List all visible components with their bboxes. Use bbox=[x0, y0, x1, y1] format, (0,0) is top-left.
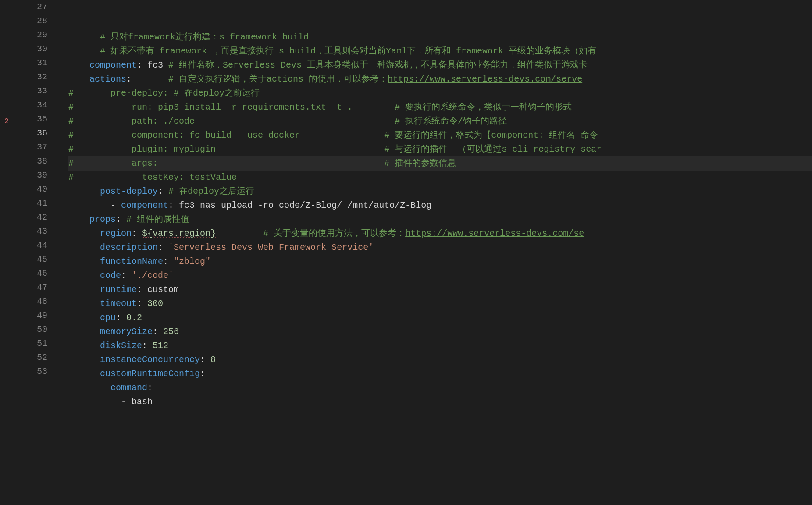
code-line[interactable]: post-deploy: # 在deploy之后运行 bbox=[68, 185, 812, 199]
fold-gutter bbox=[58, 0, 68, 505]
fold-guide bbox=[58, 323, 68, 337]
code-line[interactable]: actions: # 自定义执行逻辑，关于actions 的使用，可以参考：ht… bbox=[68, 72, 812, 86]
token-key: actions bbox=[89, 74, 126, 84]
code-line[interactable]: timeout: 300 bbox=[68, 297, 812, 311]
token-colon: : bbox=[137, 60, 147, 70]
token-plain: bash bbox=[132, 397, 153, 407]
token-key: diskSize bbox=[100, 341, 142, 351]
token-plain bbox=[68, 74, 89, 84]
token-comment: # 插件的参数信息 bbox=[384, 158, 456, 168]
token-comment: - component: fc build --use-docker bbox=[79, 130, 384, 140]
token-comment: # 关于变量的使用方法，可以参考： bbox=[263, 228, 405, 238]
code-line[interactable]: # 只对framework进行构建：s framework build bbox=[68, 30, 812, 44]
code-line[interactable]: props: # 组件的属性值 bbox=[68, 213, 812, 227]
fold-guide bbox=[58, 112, 68, 126]
code-area[interactable]: # 只对framework进行构建：s framework build # 如果… bbox=[68, 0, 812, 505]
token-plain: fc3 bbox=[147, 60, 168, 70]
token-key: component bbox=[121, 200, 168, 210]
token-colon: : bbox=[158, 242, 168, 252]
code-line[interactable]: functionName: "zblog" bbox=[68, 255, 812, 269]
line-number: 39 bbox=[18, 168, 47, 182]
token-plain bbox=[68, 299, 100, 309]
code-line[interactable]: memorySize: 256 bbox=[68, 325, 812, 339]
token-plain bbox=[68, 341, 100, 351]
line-number: 53 bbox=[18, 365, 47, 379]
token-plain bbox=[68, 228, 100, 238]
line-number: 43 bbox=[18, 224, 47, 238]
code-line[interactable]: # 如果不带有 framework ，而是直接执行 s build，工具则会对当… bbox=[68, 44, 812, 58]
code-line[interactable]: command: bbox=[68, 381, 812, 395]
code-line[interactable]: # path: ./code # 执行系统命令/钩子的路径 bbox=[68, 114, 812, 128]
token-num: 0.2 bbox=[126, 313, 142, 323]
token-key: cpu bbox=[100, 313, 116, 323]
token-colon: : bbox=[121, 270, 132, 281]
token-key: description bbox=[100, 242, 158, 252]
token-plain bbox=[68, 256, 100, 267]
token-plain bbox=[68, 313, 100, 323]
fold-guide bbox=[58, 295, 68, 309]
token-comment: https://www.serverless-devs.com/se bbox=[405, 228, 584, 238]
token-key: component bbox=[89, 60, 137, 70]
line-number: 27 bbox=[18, 0, 47, 14]
token-key: props bbox=[89, 214, 116, 224]
token-colon: : bbox=[116, 313, 126, 323]
annotation-overlay bbox=[68, 409, 100, 449]
code-line[interactable]: # args: # 插件的参数信息 bbox=[68, 156, 812, 171]
code-line[interactable]: # pre-deploy: # 在deploy之前运行 bbox=[68, 86, 812, 100]
fold-guide bbox=[58, 182, 68, 196]
code-line[interactable]: # - plugin: myplugin # 与运行的插件 （可以通过s cli… bbox=[68, 142, 812, 156]
token-num: 300 bbox=[147, 299, 163, 309]
line-number: 29 bbox=[18, 28, 47, 42]
diagnostic-badge: 2 bbox=[4, 117, 9, 125]
code-line[interactable]: # - component: fc build --use-docker # 要… bbox=[68, 128, 812, 142]
code-line[interactable]: region: ${vars.region} # 关于变量的使用方法，可以参考：… bbox=[68, 227, 812, 241]
code-line[interactable]: # - run: pip3 install -r requirements.tx… bbox=[68, 100, 812, 114]
code-line[interactable]: instanceConcurrency: 8 bbox=[68, 353, 812, 367]
code-line[interactable]: - component: fc3 nas upload -ro code/Z-B… bbox=[68, 199, 812, 213]
token-plain: fc3 nas upload -ro code/Z-Blog/ /mnt/aut… bbox=[179, 200, 431, 210]
token-plain bbox=[216, 228, 263, 238]
code-line[interactable]: # testKey: testValue bbox=[68, 171, 812, 185]
fold-guide bbox=[58, 196, 68, 210]
token-string: './code' bbox=[132, 270, 174, 281]
token-plain bbox=[68, 397, 121, 407]
token-var: ${vars.region} bbox=[142, 228, 216, 238]
fold-guide bbox=[58, 28, 68, 42]
token-plain bbox=[68, 369, 100, 379]
code-editor[interactable]: 2 27282930313233343536373839404142434445… bbox=[0, 0, 812, 505]
token-colon: : bbox=[168, 200, 179, 210]
token-comment: # 要执行的系统命令，类似于一种钩子的形式 bbox=[395, 102, 572, 112]
fold-guide bbox=[58, 238, 68, 252]
line-number: 38 bbox=[18, 154, 47, 168]
fold-guide bbox=[58, 42, 68, 56]
code-line[interactable]: diskSize: 512 bbox=[68, 339, 812, 353]
token-key: memorySize bbox=[100, 327, 153, 337]
token-plain bbox=[68, 186, 100, 196]
token-colon: : bbox=[200, 355, 210, 365]
code-line[interactable]: code: './code' bbox=[68, 269, 812, 283]
token-plain bbox=[68, 383, 110, 393]
token-num: 512 bbox=[153, 341, 168, 351]
line-number-gutter: 2728293031323334353637383940414243444546… bbox=[18, 0, 58, 505]
fold-guide bbox=[58, 168, 68, 182]
token-colon: : bbox=[116, 214, 126, 224]
token-string: "zblog" bbox=[174, 256, 210, 267]
code-line[interactable]: component: fc3 # 组件名称，Serverless Devs 工具… bbox=[68, 58, 812, 72]
code-line[interactable]: customRuntimeConfig: bbox=[68, 367, 812, 381]
code-line[interactable]: runtime: custom bbox=[68, 283, 812, 297]
line-number: 40 bbox=[18, 182, 47, 196]
token-plain: custom bbox=[147, 285, 179, 295]
token-plain bbox=[68, 285, 100, 295]
fold-guide bbox=[58, 252, 68, 267]
fold-guide bbox=[58, 84, 68, 98]
fold-guide bbox=[58, 281, 68, 295]
fold-guide bbox=[58, 70, 68, 84]
code-line[interactable]: - bash bbox=[68, 395, 812, 409]
token-dash: - bbox=[121, 397, 132, 407]
token-comment: # 要运行的组件，格式为【component: 组件名 命令 bbox=[384, 130, 598, 140]
code-line[interactable]: cpu: 0.2 bbox=[68, 311, 812, 325]
line-number: 33 bbox=[18, 84, 47, 98]
line-number: 41 bbox=[18, 196, 47, 210]
token-colon: : bbox=[200, 369, 205, 379]
code-line[interactable]: description: 'Serverless Devs Web Framew… bbox=[68, 241, 812, 255]
